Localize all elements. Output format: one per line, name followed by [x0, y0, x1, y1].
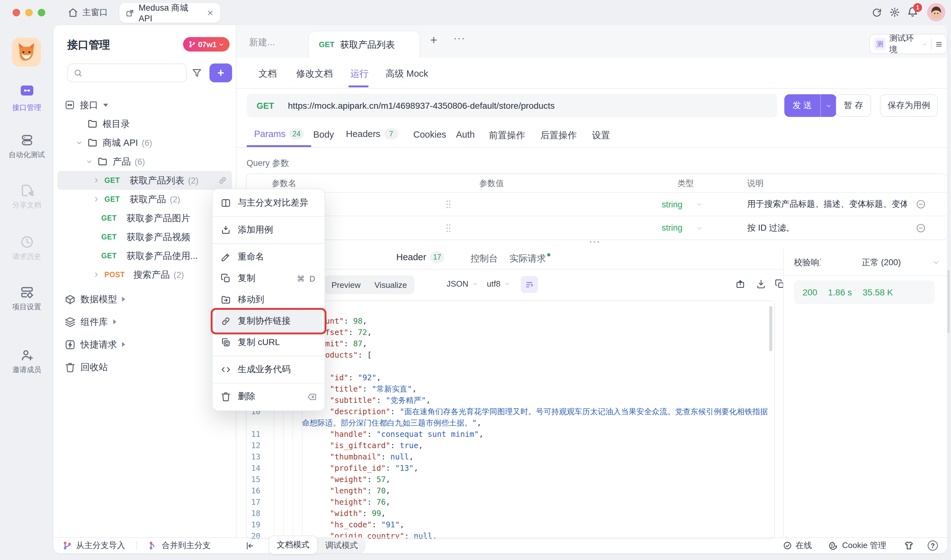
tab-pre-actions[interactable]: 前置操作	[489, 129, 525, 142]
link-icon[interactable]	[218, 176, 227, 185]
tab-params[interactable]: Params 24	[254, 128, 304, 140]
rail-item-request-history[interactable]: 请求历史	[0, 235, 54, 262]
rail-item-share-docs[interactable]: 分享文档	[0, 183, 54, 210]
response-size[interactable]: 35.58 K	[863, 287, 893, 297]
add-tab-button[interactable]: +	[430, 33, 437, 47]
menu-item-add-case[interactable]: 添加用例	[213, 219, 325, 241]
param-description[interactable]: 用于搜索产品标题、描述、变体标题、变体 SKU	[742, 198, 907, 210]
sidebar-item-recycle-bin[interactable]: 回收站	[57, 356, 232, 378]
stash-button[interactable]: 暂 存	[836, 94, 871, 117]
tree-item-api-root[interactable]: 接口	[57, 95, 232, 114]
notification-bell[interactable]: 1	[907, 6, 918, 18]
url-text[interactable]: https://mock.apipark.cn/m1/4698937-43508…	[288, 100, 555, 111]
help-icon[interactable]: ?	[928, 540, 938, 551]
tree-item-get-product-videos[interactable]: GET 获取参产品视频	[57, 228, 232, 246]
refresh-icon[interactable]	[872, 8, 882, 18]
view-tab-visualize[interactable]: Visualize	[375, 280, 407, 289]
sidebar-item-component-library[interactable]: 组件库	[57, 311, 232, 333]
project-tab[interactable]: Medusa 商城 API	[120, 3, 220, 23]
tab-cookies[interactable]: Cookies	[413, 129, 446, 140]
response-body-panel[interactable]: 1{2 "count": 98,3 "offset": 72,4 "limit"…	[246, 300, 775, 539]
branch-badge[interactable]: 07w1	[183, 37, 230, 52]
tab-new[interactable]: 新建...	[249, 37, 275, 48]
chevron-down-icon[interactable]	[933, 259, 940, 266]
rail-item-invite-members[interactable]: 邀请成员	[0, 348, 54, 375]
send-options-button[interactable]	[821, 103, 837, 108]
menu-item-copy-collab-link[interactable]: 复制协作链接	[215, 311, 322, 332]
tab-headers[interactable]: Headers 7	[346, 128, 398, 140]
download-icon[interactable]	[756, 279, 766, 289]
splitter-handle[interactable]: ···	[589, 236, 601, 247]
send-button[interactable]: 发 送	[785, 94, 837, 117]
code-scrollbar[interactable]	[769, 306, 772, 351]
tab-active-endpoint[interactable]: GET 获取产品列表	[308, 31, 420, 58]
debug-mode-tab[interactable]: 调试模式	[318, 540, 365, 551]
format-select[interactable]: JSON	[447, 279, 478, 288]
response-time[interactable]: 1.86 s	[828, 287, 852, 297]
tab-response-header[interactable]: Header 17	[396, 251, 444, 263]
tree-item-mall-api[interactable]: 商城 API (6)	[57, 133, 232, 152]
tree-item-root-folder[interactable]: 根目录	[57, 114, 232, 133]
remove-row-icon[interactable]	[916, 223, 926, 233]
menu-item-copy-curl[interactable]: 复制 cURL	[213, 332, 325, 353]
tab-console[interactable]: 控制台	[470, 253, 498, 265]
project-logo[interactable]	[12, 38, 41, 67]
param-description[interactable]: 按 ID 过滤。	[742, 222, 907, 234]
sidebar-item-data-models[interactable]: 数据模型	[57, 288, 232, 311]
home-tab[interactable]: 主窗口	[68, 5, 108, 20]
tab-actual-request[interactable]: 实际请求	[509, 253, 546, 265]
chevron-right-icon[interactable]	[93, 196, 99, 202]
menu-item-rename[interactable]: 重命名	[213, 246, 325, 268]
drag-handle-icon[interactable]	[445, 223, 452, 232]
menu-item-diff-with-main[interactable]: 与主分支对比差异	[213, 192, 325, 214]
param-type[interactable]: string	[662, 223, 683, 232]
caret-down-icon[interactable]	[103, 103, 108, 106]
tree-item-get-product-usage[interactable]: GET 获取参产品使用...	[57, 246, 232, 265]
tab-edit-docs[interactable]: 修改文档	[296, 68, 333, 80]
tree-item-post-search-products[interactable]: POST 搜索产品 (2)	[57, 265, 232, 284]
tree-item-get-product[interactable]: GET 获取产品 (2)	[57, 190, 232, 209]
method-select[interactable]: GET	[257, 101, 274, 110]
tree-item-products-folder[interactable]: 产品 (6)	[57, 152, 232, 171]
export-icon[interactable]	[735, 279, 745, 289]
tree-item-get-product-images[interactable]: GET 获取参产品图片	[57, 209, 232, 228]
theme-shirt-icon[interactable]	[904, 540, 914, 551]
import-from-main-button[interactable]: 从主分支导入	[63, 540, 125, 551]
rail-item-auto-test[interactable]: 自动化测试	[0, 133, 54, 160]
menu-item-generate-code[interactable]: 生成业务代码	[213, 359, 325, 380]
environment-selector[interactable]: 测 测试环境	[869, 34, 947, 54]
menu-item-duplicate[interactable]: 复制 ⌘ D	[213, 268, 325, 289]
sidebar-item-quick-request[interactable]: 快捷请求	[57, 333, 232, 356]
chevron-down-icon[interactable]	[86, 158, 92, 165]
cookie-manage-button[interactable]: Cookie 管理	[828, 540, 886, 551]
view-tab-preview[interactable]: Preview	[331, 280, 361, 289]
tab-more-button[interactable]: ···	[453, 33, 465, 44]
doc-mode-tab[interactable]: 文档模式	[268, 535, 318, 554]
merge-to-main-button[interactable]: 合并到主分支	[148, 540, 211, 551]
remove-row-icon[interactable]	[916, 199, 926, 209]
tab-post-actions[interactable]: 后置操作	[540, 129, 577, 142]
param-row[interactable]: string 用于搜索产品标题、描述、变体标题、变体 SKU	[247, 193, 947, 216]
view-mode-segment[interactable]: Preview Visualize	[324, 275, 415, 294]
url-input[interactable]: GET https://mock.apipark.cn/m1/4698937-4…	[247, 94, 777, 117]
rail-item-api-management[interactable]: 接口管理	[0, 83, 54, 112]
rail-item-project-settings[interactable]: 项目设置	[0, 285, 54, 312]
drag-handle-icon[interactable]	[445, 200, 452, 209]
maximize-window-button[interactable]	[38, 9, 45, 16]
tab-docs[interactable]: 文档	[259, 68, 277, 80]
search-input[interactable]	[86, 68, 174, 78]
tab-body[interactable]: Body	[313, 129, 334, 140]
menu-icon[interactable]	[935, 40, 942, 48]
tree-item-get-product-list[interactable]: GET 获取产品列表 (2)	[57, 171, 232, 190]
collapse-sidebar-icon[interactable]	[245, 541, 255, 550]
format-code-button[interactable]	[521, 276, 538, 293]
tab-settings[interactable]: 设置	[592, 129, 610, 142]
close-icon[interactable]	[207, 9, 214, 16]
chevron-right-icon[interactable]	[93, 177, 99, 183]
tab-run[interactable]: 运行	[350, 68, 368, 80]
menu-item-move-to[interactable]: 移动到	[213, 289, 325, 311]
tab-auth[interactable]: Auth	[456, 129, 475, 140]
search-box[interactable]	[67, 63, 187, 82]
param-row[interactable]: string 按 ID 过滤。	[247, 216, 947, 240]
status-code[interactable]: 200	[803, 287, 817, 297]
